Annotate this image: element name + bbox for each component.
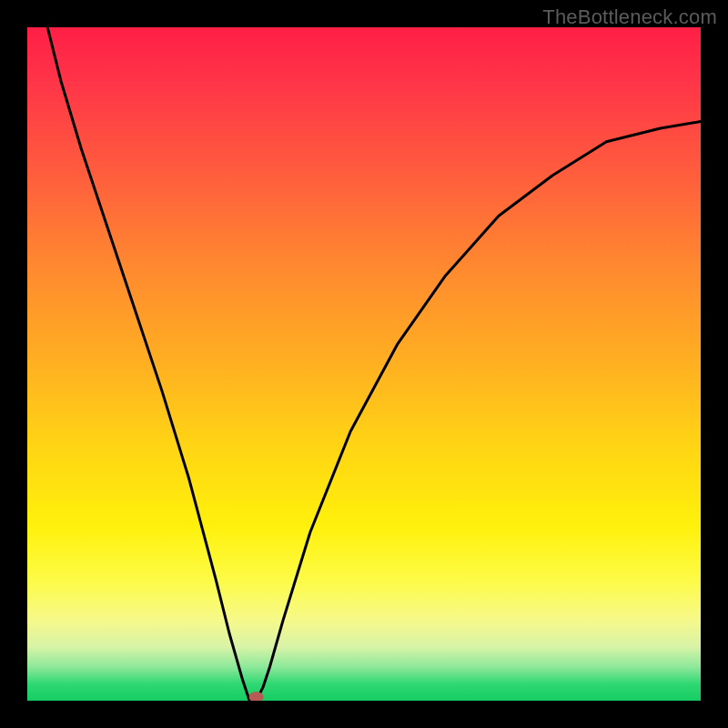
attribution-text: TheBottleneck.com <box>542 5 717 29</box>
bottleneck-curve <box>47 27 701 701</box>
chart-svg <box>27 27 701 701</box>
plot-area <box>27 27 701 701</box>
chart-frame: TheBottleneck.com <box>0 0 728 728</box>
